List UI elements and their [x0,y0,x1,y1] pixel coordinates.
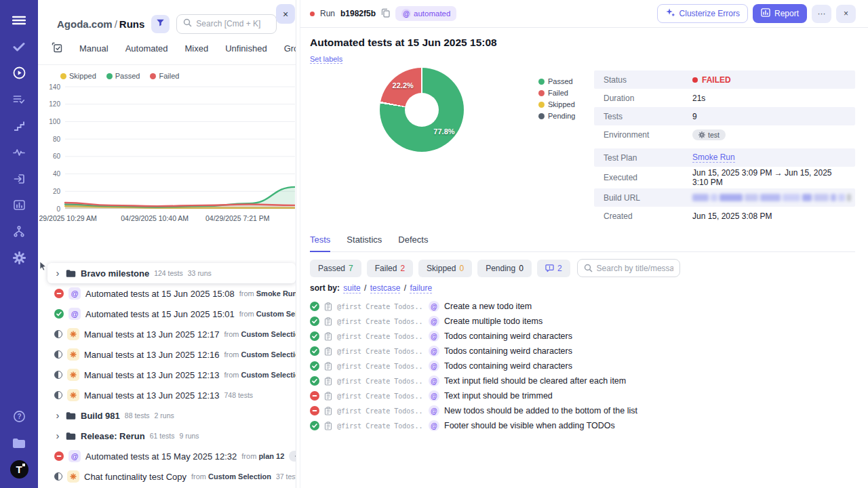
detail-label: Build URL [604,193,692,203]
partial-status-icon [54,391,62,399]
run-group-row[interactable]: ›Release: Rerun61 tests9 runs [38,426,296,446]
passed-dot [106,73,113,79]
manual-run-icon [67,470,79,483]
run-row[interactable]: Chat functinality test Copyfrom Custom S… [38,466,296,487]
filter-button[interactable] [151,15,170,33]
run-row[interactable]: Manual tests at 13 Jun 2025 12:16from Cu… [38,344,296,365]
test-row[interactable]: @first Create Todos...@Footer should be … [310,418,855,433]
report-button[interactable]: Report [753,4,807,23]
tab-statistics[interactable]: Statistics [347,235,382,251]
legend-label: Pending [548,112,575,120]
donut-legend-pending[interactable]: Pending [538,112,586,120]
detail-label: Test Plan [604,153,692,163]
tests-search-input[interactable] [597,264,673,273]
runs-type-tabs: Manual Automated Mixed Unfinished Groups [38,42,296,65]
redacted-build-url [692,194,851,201]
run-title: Manual tests at 13 Jun 2025 12:13 [84,390,219,401]
breadcrumb-project[interactable]: Agoda.com [57,18,113,30]
sort-by-suite[interactable]: suite [343,283,360,293]
test-plans-list-icon[interactable] [5,86,33,113]
detail-row-created: CreatedJun 15, 2025 3:08 PM [594,207,855,225]
tab-mixed[interactable]: Mixed [185,43,209,54]
automated-badge: @ automated [395,6,456,21]
filter-failed[interactable]: Failed2 [367,260,413,277]
run-row[interactable]: @Automated tests at 15 May 2025 12:32fro… [38,446,296,466]
run-group-row[interactable]: ›Build 98188 tests2 runs [38,405,296,426]
automated-test-icon: @ [429,346,439,357]
hamburger-menu-icon[interactable] [5,7,33,33]
app-logo[interactable]: T [5,456,33,483]
tab-defects[interactable]: Defects [398,235,428,251]
report-label: Report [774,9,799,18]
test-title: New todos should be added to the bottom … [444,406,637,415]
run-row[interactable]: Manual tests at 13 Jun 2025 12:13748 tes… [38,385,296,405]
test-suite-path: @first Create Todos... [337,422,424,430]
sort-by-testcase[interactable]: testcase [370,283,401,293]
import-icon[interactable] [5,165,33,192]
pulse-activity-icon[interactable] [5,139,33,165]
filter-passed[interactable]: Passed7 [310,260,361,277]
test-row[interactable]: @first Create Todos...@Text input should… [310,388,855,403]
test-row[interactable]: @first Create Todos...@New todos should … [310,403,855,418]
tab-tests[interactable]: Tests [310,235,330,252]
tab-unfinished[interactable]: Unfinished [225,43,267,54]
search-icon [584,264,593,272]
partial-status-icon [54,472,62,481]
clusterize-errors-button[interactable]: Clusterize Errors [657,4,748,23]
tab-groups[interactable]: Groups [284,43,296,54]
filter-comments[interactable]: 2 [537,260,570,277]
tab-automated[interactable]: Automated [125,43,168,54]
test-row[interactable]: @first Create Todos...@Todos containing … [310,344,855,359]
status-filters: Passed7Failed2Skipped0Pending02 [310,259,855,277]
test-row[interactable]: @first Create Todos...@Todos containing … [310,359,855,373]
projects-folder-icon[interactable] [5,430,33,456]
tab-manual[interactable]: Manual [79,43,108,54]
run-row[interactable]: @Automated tests at 15 Jun 2025 15:08fro… [38,283,296,304]
sort-by-failure[interactable]: failure [410,283,432,293]
set-labels-link[interactable]: Set labels [310,55,342,64]
test-row[interactable]: @first Create Todos...@Text input field … [310,373,855,388]
legend-passed[interactable]: Passed [106,72,140,80]
left-panel-close-button[interactable]: × [276,4,295,24]
select-all-icon[interactable] [52,42,62,55]
run-row[interactable]: @Automated tests at 15 Jun 2025 15:01fro… [38,304,296,324]
passed-percent-label: 77.8% [433,127,454,136]
copy-run-id-button[interactable] [381,8,390,20]
filter-label: Passed [318,264,345,273]
filter-pending[interactable]: Pending0 [477,260,532,277]
run-row[interactable]: Manual tests at 13 Jun 2025 12:17from Cu… [38,324,296,344]
more-actions-button[interactable]: ··· [812,5,831,23]
test-row[interactable]: @first Create Todos...@Create a new todo… [310,299,855,314]
failed-percent-label: 22.2% [393,81,414,89]
run-group-row[interactable]: ›Bravo milestone124 tests33 runs [47,263,296,283]
donut-legend-skipped[interactable]: Skipped [538,100,586,108]
filter-skipped[interactable]: Skipped0 [418,260,472,277]
run-row[interactable]: Manual tests at 13 Jun 2025 12:13from Cu… [38,365,296,385]
close-run-button[interactable]: × [836,5,856,23]
environment-badge: test [289,451,296,462]
settings-gear-icon[interactable] [5,245,33,271]
legend-failed[interactable]: Failed [150,72,179,80]
folder-icon [66,432,76,441]
svg-text:?: ? [17,413,21,420]
svg-text:120: 120 [49,100,60,108]
test-row[interactable]: @first Create Todos...@Todos containing … [310,329,855,344]
legend-skipped[interactable]: Skipped [60,72,96,80]
runs-play-icon[interactable] [5,60,33,86]
breadcrumb-separator: / [113,18,119,30]
runs-search-input[interactable] [196,19,270,28]
failed-status-icon [310,406,319,415]
tests-check-icon[interactable] [5,33,33,60]
manual-run-icon [67,369,79,381]
branches-icon[interactable] [5,218,33,245]
clipboard-icon [324,392,332,401]
partial-status-icon [54,350,62,359]
svg-text:04/29/2025 10:29 AM: 04/29/2025 10:29 AM [39,214,97,222]
milestones-steps-icon[interactable] [5,113,33,139]
test-row[interactable]: @first Create Todos...@Create multiple t… [310,314,855,329]
help-icon[interactable]: ? [5,403,33,430]
donut-legend-failed[interactable]: Failed [538,89,586,97]
donut-legend-passed[interactable]: Passed [538,77,586,85]
reports-bar-chart-icon[interactable] [5,192,33,218]
test-plan-link[interactable]: Smoke Run [692,152,735,163]
